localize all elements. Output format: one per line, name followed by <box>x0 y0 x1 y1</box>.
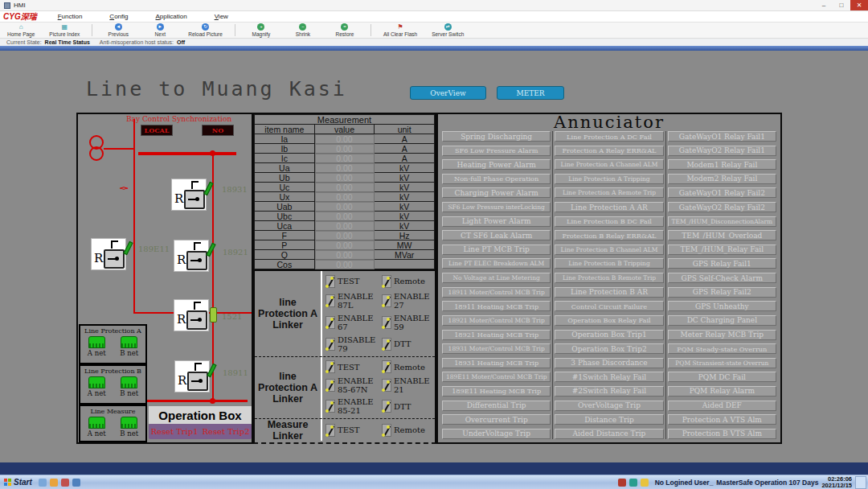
linker-toggle-switch[interactable] <box>382 294 391 307</box>
annunciator-tile[interactable]: Differential Trip <box>442 401 551 411</box>
annunciator-tile[interactable]: 18911 Heating MCB Trip <box>442 301 551 311</box>
annunciator-tile[interactable]: TEM_/HUM_DisconnectionAlarm <box>668 216 776 227</box>
linker-toggle-switch[interactable] <box>382 316 391 329</box>
annunciator-tile[interactable]: Line Protection A Remote Trip <box>555 187 663 198</box>
linker-toggle-switch[interactable] <box>382 360 391 373</box>
annunciator-tile[interactable]: Non-full Phase Operation <box>442 174 551 184</box>
annunciator-tile[interactable]: 189E11 Moter/Control MCB Trip <box>442 372 551 382</box>
annunciator-tile[interactable]: Distance Trip <box>555 414 663 425</box>
annunciator-tile[interactable]: SF6 Low Pressure Alarm <box>442 146 551 156</box>
annunciator-tile[interactable]: Line Protection B AR <box>555 287 663 298</box>
linker-toggle-switch[interactable] <box>326 400 335 413</box>
lock-icon[interactable] <box>641 479 649 487</box>
annunciator-tile[interactable]: CT SF6 Leak Alarm <box>442 230 551 240</box>
annunciator-tile[interactable]: Control Circuit Failure <box>555 301 663 311</box>
annunciator-tile[interactable]: Operation Box Trip1 <box>555 330 663 340</box>
annunciator-tile[interactable]: GPS Relay Fail2 <box>668 287 776 298</box>
linker-toggle-switch[interactable] <box>326 360 335 373</box>
annunciator-tile[interactable]: UnderVoltage Trip <box>442 429 551 439</box>
annunciator-tile[interactable]: #1Switch Relay Fail <box>555 372 663 382</box>
annunciator-tile[interactable]: Line PT MCB Trip <box>442 244 551 255</box>
restore-button[interactable]: =Restore <box>331 23 358 37</box>
annunciator-tile[interactable]: Line Protection A Tripping <box>555 174 663 184</box>
annunciator-tile[interactable]: No Voltage at Line Metering <box>442 273 551 283</box>
close-button[interactable]: ✕ <box>850 0 868 10</box>
annunciator-tile[interactable]: DC Charging Panel <box>668 315 776 326</box>
annunciator-tile[interactable]: GateWayO1 Relay Fail1 <box>668 131 776 142</box>
meter-button[interactable]: METER <box>497 86 564 100</box>
annunciator-tile[interactable]: 18931 Moter/Control MCB Trip <box>442 343 551 354</box>
menu-application[interactable]: Application <box>156 13 187 20</box>
annunciator-tile[interactable]: 3 Phase Discordance <box>555 358 663 368</box>
annunciator-tile[interactable]: GateWayO1 Relay Fail2 <box>668 187 776 198</box>
annunciator-tile[interactable]: Protection B VTS Alm <box>668 429 776 439</box>
linker-toggle-switch[interactable] <box>382 424 391 437</box>
linker-toggle-switch[interactable] <box>382 338 391 351</box>
annunciator-tile[interactable]: Line Protection B Channel ALM <box>555 244 663 255</box>
show-desktop-button[interactable] <box>855 476 866 489</box>
linker-toggle-switch[interactable] <box>326 424 335 437</box>
network-icon[interactable] <box>629 479 637 487</box>
annunciator-tile[interactable]: TEM_/HUM_Overload <box>668 230 776 240</box>
annunciator-tile[interactable]: 189E11 Heating MCB Trip <box>442 386 551 397</box>
magnify-button[interactable]: +Magnify <box>248 23 275 37</box>
alarm-icon[interactable] <box>618 479 626 487</box>
linker-toggle-switch[interactable] <box>326 275 335 288</box>
annunciator-tile[interactable]: OverVoltage Trip <box>555 401 663 411</box>
annunciator-tile[interactable]: Protection A Relay ERR&AL <box>555 146 663 156</box>
relay-box-18911[interactable]: R <box>174 360 210 392</box>
annunciator-tile[interactable]: Line Protection B Remote Trip <box>555 273 663 283</box>
linker-toggle-switch[interactable] <box>326 316 335 329</box>
reset-trip2-button[interactable]: Reset Trip2 <box>202 427 249 436</box>
annunciator-tile[interactable]: Operation Box Trip2 <box>555 343 663 354</box>
annunciator-tile[interactable]: Modem2 Relay Fail <box>668 174 776 184</box>
menu-config[interactable]: Config <box>109 13 128 20</box>
annunciator-tile[interactable]: Heating Power Alarm <box>442 159 551 170</box>
annunciator-tile[interactable]: Aided Distance Trip <box>555 429 663 439</box>
maximize-button[interactable]: □ <box>833 0 850 10</box>
shrink-button[interactable]: −Shrink <box>289 23 317 37</box>
overview-button[interactable]: OverView <box>410 86 486 100</box>
annunciator-tile[interactable]: #2Switch Relay Fail <box>555 386 663 397</box>
annunciator-tile[interactable]: Overcurrent Trip <box>442 414 551 425</box>
annunciator-tile[interactable]: Meter Relay MCB Trip <box>668 330 776 340</box>
annunciator-tile[interactable]: GateWayO2 Relay Fail1 <box>668 146 776 156</box>
relay-box-189E11[interactable]: R <box>91 238 126 270</box>
annunciator-tile[interactable]: Modem1 Relay Fail <box>668 159 776 170</box>
next-button[interactable]: ►Next <box>146 23 174 37</box>
annunciator-tile[interactable]: Spring Discharging <box>442 131 551 142</box>
shield-icon[interactable] <box>61 479 69 487</box>
reload-picture-button[interactable]: ↻Reload Picture <box>188 23 223 37</box>
menu-view[interactable]: View <box>215 13 228 20</box>
annunciator-tile[interactable]: GPS Self-Check Alarm <box>668 273 776 283</box>
annunciator-tile[interactable]: TEM_/HUM_Relay Fail <box>668 244 776 255</box>
annunciator-tile[interactable]: Line Protection B DC Fail <box>555 216 663 227</box>
annunciator-tile[interactable]: GPS Unheathy <box>668 301 776 311</box>
relay-box-18921[interactable]: R <box>174 240 209 272</box>
home-page-button[interactable]: ⌂Home Page <box>7 23 35 37</box>
annunciator-tile[interactable]: PQM Stransient-state Overrun <box>668 358 776 368</box>
linker-toggle-switch[interactable] <box>326 294 335 307</box>
start-button[interactable]: Start <box>0 475 39 489</box>
annunciator-tile[interactable]: GateWayO2 Relay Fail2 <box>668 202 776 212</box>
annunciator-tile[interactable]: Protection A VTS Alm <box>668 414 776 425</box>
annunciator-tile[interactable]: 18921 Moter/Control MCB Trip <box>442 315 551 326</box>
linker-toggle-switch[interactable] <box>382 400 391 413</box>
annunciator-tile[interactable]: Operation Box Relay Fail <box>555 315 663 326</box>
picture-index-button[interactable]: ▦Picture Index <box>49 23 80 37</box>
annunciator-tile[interactable]: Protection B Relay ERR&AL <box>555 230 663 240</box>
annunciator-tile[interactable]: Aided DEF <box>668 401 776 411</box>
annunciator-tile[interactable]: 18911 Moter/Control MCB Trip <box>442 287 551 298</box>
previous-button[interactable]: ◄Previous <box>104 23 132 37</box>
linker-toggle-switch[interactable] <box>326 379 335 392</box>
annunciator-tile[interactable]: PQM DC Fail <box>668 372 776 382</box>
annunciator-tile[interactable]: Charging Power Alarm <box>442 187 551 198</box>
relay-box-1521[interactable]: R <box>174 299 209 331</box>
linker-toggle-switch[interactable] <box>326 338 335 351</box>
battery-icon[interactable] <box>50 479 58 487</box>
server-switch-button[interactable]: ⇄Server Switch <box>432 23 464 37</box>
annunciator-tile[interactable]: SF6 Low Pressure interLocking <box>442 202 551 212</box>
annunciator-tile[interactable]: PQM Relay Alarm <box>668 386 776 397</box>
messenger-icon[interactable] <box>39 479 47 487</box>
annunciator-tile[interactable]: GPS Relay Fail1 <box>668 258 776 269</box>
